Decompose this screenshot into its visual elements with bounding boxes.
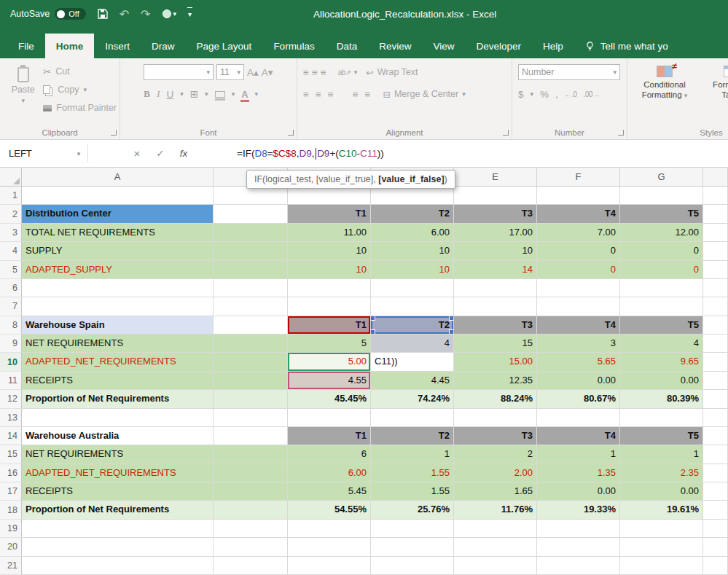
cell-C1[interactable]	[288, 187, 371, 205]
cell-H16[interactable]	[703, 464, 728, 482]
cell-D14[interactable]: T2	[371, 427, 454, 445]
cell-G16[interactable]: 2.35	[620, 464, 703, 482]
cell-H21[interactable]	[703, 557, 728, 575]
cell-B6[interactable]	[214, 279, 288, 297]
align-bottom-button[interactable]: ≡	[321, 67, 326, 78]
tell-me-box[interactable]: Tell me what yo	[584, 34, 668, 58]
cell-F2[interactable]: T4	[537, 205, 620, 223]
column-header-F[interactable]: F	[537, 168, 620, 186]
cell-H4[interactable]	[703, 242, 728, 260]
shrink-font-button[interactable]: A▾	[262, 66, 273, 78]
cell-F14[interactable]: T4	[537, 427, 620, 445]
row-header-3[interactable]: 3	[0, 224, 22, 242]
cell-E19[interactable]	[454, 520, 537, 538]
font-dialog-launcher[interactable]	[288, 130, 294, 136]
row-header-19[interactable]: 19	[0, 520, 22, 538]
cell-G21[interactable]	[620, 557, 703, 575]
cell-H15[interactable]	[703, 445, 728, 463]
cell-A6[interactable]	[22, 279, 214, 297]
cell-F19[interactable]	[537, 520, 620, 538]
tab-draw[interactable]: Draw	[141, 34, 186, 58]
cell-H20[interactable]	[703, 538, 728, 556]
cell-E11[interactable]: 12.35	[454, 372, 537, 390]
cell-D3[interactable]: 6.00	[371, 224, 454, 242]
cell-F7[interactable]	[537, 297, 620, 316]
cell-E12[interactable]: 88.24%	[454, 390, 537, 408]
underline-button[interactable]: U	[167, 89, 174, 100]
cell-E7[interactable]	[454, 297, 537, 316]
row-header-13[interactable]: 13	[0, 409, 22, 427]
font-size-select[interactable]: 11 ▾	[216, 64, 244, 80]
cell-F9[interactable]: 3	[537, 335, 620, 353]
cell-D5[interactable]: 10	[371, 261, 454, 279]
tab-developer[interactable]: Developer	[465, 34, 532, 58]
column-header-E[interactable]: E	[454, 168, 537, 186]
cell-B17[interactable]	[214, 482, 288, 501]
cell-F3[interactable]: 7.00	[537, 224, 620, 242]
cell-B13[interactable]	[214, 409, 288, 427]
cell-A21[interactable]	[22, 557, 214, 575]
decrease-indent-button[interactable]: ≡	[353, 89, 359, 100]
increase-decimal-button[interactable]: ←.0	[565, 90, 577, 98]
copy-button[interactable]: Copy ▾	[43, 82, 117, 98]
cell-G15[interactable]: 1	[620, 445, 703, 463]
row-header-20[interactable]: 20	[0, 538, 22, 556]
cell-C9[interactable]: 5	[288, 335, 371, 353]
cell-B18[interactable]	[214, 501, 288, 519]
cell-F1[interactable]	[537, 187, 620, 205]
cell-G18[interactable]: 19.61%	[620, 501, 703, 519]
cell-F18[interactable]: 19.33%	[537, 501, 620, 519]
cell-G8[interactable]: T5	[620, 316, 703, 335]
cell-C12[interactable]: 45.45%	[288, 390, 371, 408]
qat-mode-button[interactable]: ▾	[163, 9, 177, 18]
column-header-A[interactable]: A	[22, 168, 214, 186]
cell-A11[interactable]: RECEIPTS	[22, 372, 214, 390]
cell-D21[interactable]	[371, 557, 454, 575]
row-header-21[interactable]: 21	[0, 557, 22, 575]
row-header-4[interactable]: 4	[0, 242, 22, 260]
tab-page-layout[interactable]: Page Layout	[186, 34, 263, 58]
row-header-9[interactable]: 9	[0, 335, 22, 353]
cell-G12[interactable]: 80.39%	[620, 390, 703, 408]
cell-E21[interactable]	[454, 557, 537, 575]
tab-home[interactable]: Home	[45, 34, 95, 58]
cell-H14[interactable]	[703, 427, 728, 445]
row-header-1[interactable]: 1	[0, 187, 22, 205]
cell-G9[interactable]: 4	[620, 335, 703, 353]
cell-C18[interactable]: 54.55%	[288, 501, 371, 519]
wrap-text-button[interactable]: ↩ Wrap Text	[366, 67, 418, 78]
cell-C13[interactable]	[288, 409, 371, 427]
cell-A13[interactable]	[22, 409, 214, 427]
cell-D10[interactable]: C11))	[371, 353, 454, 371]
row-header-15[interactable]: 15	[0, 445, 22, 463]
cell-D8[interactable]: T2	[371, 316, 454, 335]
alignment-dialog-launcher[interactable]	[503, 130, 509, 136]
name-box[interactable]: LEFT	[0, 140, 70, 167]
cell-E15[interactable]: 2	[454, 445, 537, 463]
cell-D11[interactable]: 4.45	[371, 372, 454, 390]
cell-A10[interactable]: ADAPTED_NET_REQUIREMENTS	[22, 353, 214, 371]
align-top-button[interactable]: ≡	[303, 67, 309, 78]
tab-help[interactable]: Help	[532, 34, 574, 58]
row-header-7[interactable]: 7	[0, 297, 22, 316]
cell-A15[interactable]: NET REQUIREMENTS	[22, 445, 214, 463]
row-header-5[interactable]: 5	[0, 261, 22, 279]
cell-H9[interactable]	[703, 335, 728, 353]
cell-C21[interactable]	[288, 557, 371, 575]
cell-G14[interactable]: T5	[620, 427, 703, 445]
align-left-button[interactable]: ≡	[303, 89, 309, 100]
save-button[interactable]	[98, 9, 108, 19]
selection-handle[interactable]	[450, 316, 453, 320]
cell-H19[interactable]	[703, 520, 728, 538]
cell-D12[interactable]: 74.24%	[371, 390, 454, 408]
cell-D18[interactable]: 25.76%	[371, 501, 454, 519]
cell-D20[interactable]	[371, 538, 454, 556]
percent-style-button[interactable]: %	[540, 89, 549, 100]
cell-D7[interactable]	[371, 297, 454, 316]
row-header-6[interactable]: 6	[0, 279, 22, 297]
cell-A20[interactable]	[22, 538, 214, 556]
format-painter-button[interactable]: Format Painter	[43, 100, 117, 116]
cell-D2[interactable]: T2	[371, 205, 454, 223]
cell-G1[interactable]	[620, 187, 703, 205]
redo-button[interactable]: ↷	[141, 7, 150, 21]
